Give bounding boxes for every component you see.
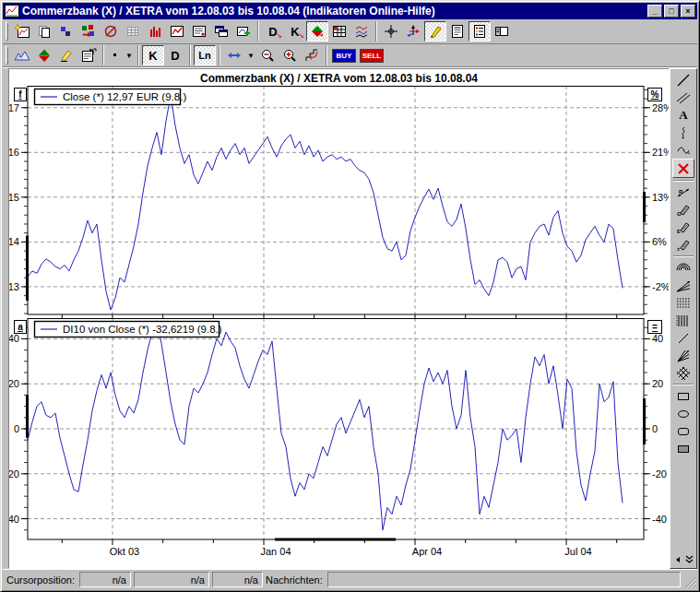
toolbar-handle[interactable]: [6, 22, 8, 41]
svg-text:=: =: [652, 322, 658, 332]
parallel-lines-tool[interactable]: [672, 89, 694, 106]
grid-table-button[interactable]: [328, 21, 350, 41]
indicator-chart[interactable]: 4040202000-20-20-40-40Okt 03Jan 04Apr 04…: [9, 318, 670, 563]
zoom-out-button[interactable]: [256, 45, 279, 65]
app-icon: [5, 5, 19, 18]
cascade-windows-button[interactable]: [210, 21, 232, 41]
svg-text:16: 16: [9, 147, 19, 158]
histogram-icon: [148, 24, 162, 39]
minimize-button[interactable]: _: [647, 5, 662, 18]
delete-drawing-tool[interactable]: [672, 159, 694, 178]
rectangle-icon: [676, 389, 691, 404]
regression-tool[interactable]: R: [672, 184, 694, 201]
resize-grip[interactable]: [683, 575, 695, 587]
report-window-button[interactable]: [188, 21, 210, 41]
crosshair-button[interactable]: [380, 21, 402, 41]
highlighter-button[interactable]: [55, 45, 77, 65]
candle-mode-button[interactable]: K: [142, 45, 164, 65]
svg-text:13: 13: [9, 281, 19, 292]
data-objects-button[interactable]: [55, 21, 77, 41]
close-button[interactable]: ×: [681, 5, 695, 18]
line-chart-button[interactable]: [166, 21, 188, 41]
zoom-in-button[interactable]: [279, 45, 301, 65]
table-faded-button[interactable]: [122, 21, 144, 41]
single-line-tool[interactable]: [672, 329, 694, 347]
arc-fan-tool[interactable]: [672, 259, 694, 277]
d-export-button[interactable]: D↘: [262, 21, 284, 41]
arc-fan-icon: [676, 261, 691, 276]
filled-rectangle-tool[interactable]: [672, 440, 694, 457]
log-scale-button[interactable]: Ln: [194, 45, 216, 65]
add-chart-button[interactable]: [232, 21, 255, 41]
svg-text:-40: -40: [9, 514, 19, 525]
pencil-icon: [428, 24, 443, 39]
crosshatch-tool[interactable]: [672, 364, 694, 382]
rounded-rectangle-tool[interactable]: [672, 422, 694, 440]
gann-fan-tool[interactable]: [672, 347, 694, 364]
mountain-chart-button[interactable]: [11, 45, 33, 65]
range-dropdown[interactable]: ▼: [245, 45, 256, 65]
toolbar-separator: [219, 45, 220, 65]
document-button[interactable]: [446, 21, 469, 41]
trend-line-tool[interactable]: [672, 71, 694, 89]
wave-tool[interactable]: [672, 141, 694, 159]
speed-lines-tool[interactable]: [672, 277, 694, 294]
main-area: Commerzbank (X) / XETRA vom 12.08.03 bis…: [3, 67, 697, 569]
toolbar-handle[interactable]: [6, 46, 8, 65]
layout-panels-button[interactable]: [491, 21, 513, 41]
properties-button[interactable]: [77, 45, 100, 65]
multi-lines-button[interactable]: [350, 21, 373, 41]
data-objects-icon: [59, 24, 74, 39]
hatch-pencil-e-icon: E: [676, 220, 691, 235]
scroll-left-button[interactable]: [672, 553, 682, 566]
scroll-down-button[interactable]: [684, 553, 694, 566]
axes-arrows-button[interactable]: [402, 21, 424, 41]
svg-text:Jan 04: Jan 04: [260, 546, 291, 557]
transfer-objects-button[interactable]: [77, 21, 100, 41]
delete-object-icon: [103, 24, 118, 39]
new-chart-button[interactable]: [11, 21, 33, 41]
copy-button[interactable]: [33, 21, 55, 41]
maximize-button[interactable]: □: [664, 5, 679, 18]
sell-button[interactable]: SELL: [360, 49, 384, 63]
delete-object-button[interactable]: [100, 21, 122, 41]
horizontal-range-button[interactable]: [223, 45, 245, 65]
histogram-button[interactable]: [144, 21, 166, 41]
small-arrow-icon: ↘: [276, 32, 282, 40]
hatch-pencil-g-tool[interactable]: G: [672, 201, 694, 219]
indicator-list-button[interactable]: [469, 21, 491, 41]
hatch-pencil-e-tool[interactable]: E: [672, 219, 694, 236]
titlebar[interactable]: Commerzbank (X) / XETRA vom 12.08.03 bis…: [3, 3, 697, 19]
report-window-icon: [192, 24, 207, 39]
draw-pencil-button[interactable]: [424, 21, 446, 41]
detail-mode-button[interactable]: D: [164, 45, 186, 65]
transfer-objects-icon: [81, 24, 96, 39]
triangle-left-icon: [674, 556, 682, 563]
step-back-button[interactable]: [301, 45, 323, 65]
period-dot-button[interactable]: [107, 45, 124, 65]
fibonacci-lines-tool[interactable]: [672, 294, 694, 312]
price-chart[interactable]: 1728%1621%1513%146%13-2%f%Close (*) 12,9…: [9, 86, 670, 318]
rectangle-tool[interactable]: [672, 387, 694, 405]
axes-arrows-icon: [406, 24, 421, 39]
vertical-lines-tool[interactable]: [672, 312, 694, 329]
squiggle-tool[interactable]: [672, 124, 694, 141]
buy-button[interactable]: BUY: [332, 49, 356, 63]
hatch-pencil-g-icon: G: [676, 203, 691, 218]
copy-pages-icon: [37, 24, 52, 39]
cascade-windows-icon: [214, 24, 229, 39]
k-export-button[interactable]: K↘: [284, 21, 306, 41]
text-tool[interactable]: A: [672, 106, 694, 124]
hatch-pencil-plusminus-tool[interactable]: ±: [672, 236, 694, 254]
svg-text:20: 20: [9, 378, 19, 389]
chevron-down-icon: ▼: [125, 52, 133, 60]
text-tool-icon: A: [679, 108, 687, 123]
layout-panels-icon: [494, 24, 509, 39]
period-dropdown[interactable]: ▼: [124, 45, 135, 65]
compare-triangles-button[interactable]: [306, 21, 328, 41]
up-down-triangles-button[interactable]: [33, 45, 55, 65]
ellipse-tool[interactable]: [672, 405, 694, 422]
horizontal-range-icon: [227, 48, 242, 63]
rounded-rectangle-icon: [676, 424, 691, 439]
palette-separator: [673, 255, 694, 257]
